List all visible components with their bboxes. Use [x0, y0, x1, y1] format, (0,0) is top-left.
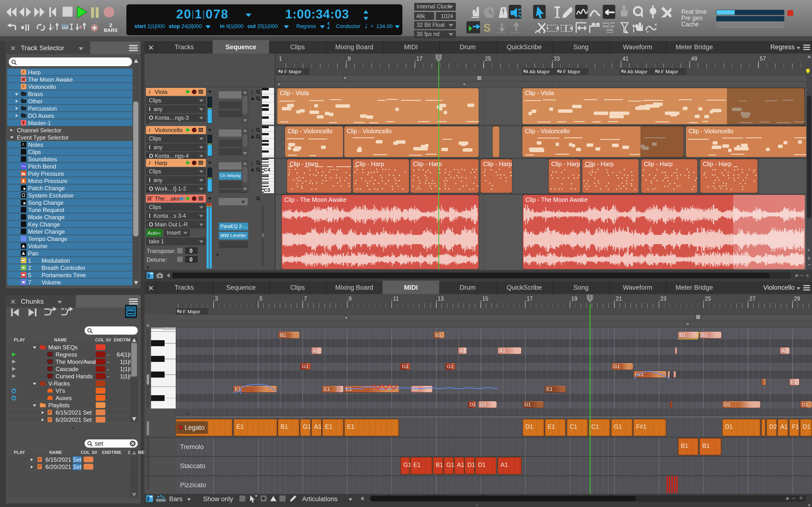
- svg-text:Clip - The Moon Awake: Clip - The Moon Awake: [284, 196, 347, 203]
- svg-text:Clip - Harp: Clip - Harp: [644, 161, 672, 167]
- svg-text:Clip - Violoncello: Clip - Violoncello: [689, 128, 733, 134]
- svg-text:Clip - Harp: Clip - Harp: [290, 161, 318, 167]
- svg-text:Clip - Violoncello: Clip - Violoncello: [288, 128, 333, 134]
- svg-text:Clip - Violoncello: Clip - Violoncello: [347, 128, 392, 134]
- svg-text:Clip - The Moon Awake: Clip - The Moon Awake: [525, 196, 588, 203]
- svg-text:Clip - Violoncello: Clip - Violoncello: [525, 128, 570, 134]
- svg-text:Clip - Harp: Clip - Harp: [413, 161, 442, 167]
- svg-text:Clip - Harp: Clip - Harp: [483, 161, 512, 167]
- svg-text:Clip - Harp: Clip - Harp: [355, 161, 384, 167]
- svg-text:Clip - Harp: Clip - Harp: [551, 161, 580, 167]
- svg-text:Clip - Viola: Clip - Viola: [280, 90, 309, 96]
- svg-text:Clip - Viola: Clip - Viola: [525, 90, 554, 96]
- svg-text:Clip - Harp: Clip - Harp: [585, 161, 614, 167]
- svg-text:Clip - Harp: Clip - Harp: [703, 161, 731, 167]
